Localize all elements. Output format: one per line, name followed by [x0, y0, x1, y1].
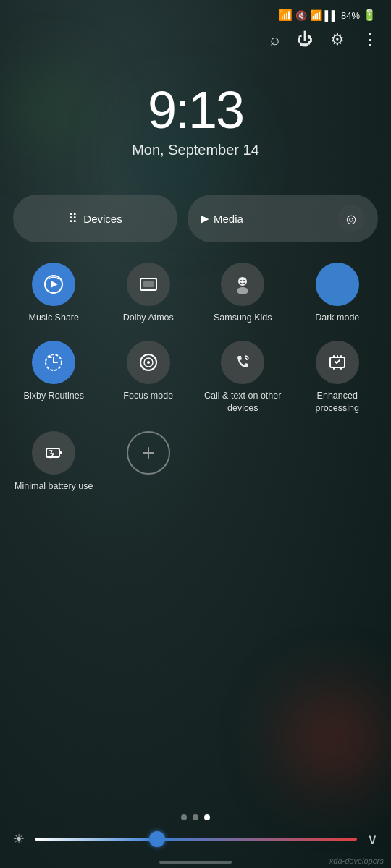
bottom-section: ☀ ∨ [0, 800, 391, 868]
settings-icon[interactable]: ⚙ [330, 30, 345, 49]
battery-icon: 🔋 [363, 9, 377, 22]
svg-point-3 [238, 277, 247, 286]
more-icon[interactable]: ⋮ [362, 30, 378, 49]
minimal-battery-icon [32, 431, 75, 475]
media-play-icon: ▶ [201, 212, 209, 225]
enhanced-processing-label: Enhanced processing [295, 390, 380, 414]
brightness-slider[interactable] [35, 838, 357, 841]
samsung-kids-label: Samsung Kids [214, 312, 272, 323]
brightness-row: ☀ ∨ [0, 830, 391, 855]
svg-point-5 [240, 280, 242, 281]
tile-dark-mode[interactable]: Dark mode [293, 255, 383, 329]
handle-bar [159, 861, 232, 864]
focus-mode-icon [127, 341, 170, 384]
enhanced-processing-icon [316, 341, 359, 384]
tile-dolby-atmos[interactable]: Dolby Atmos [104, 255, 194, 329]
dark-mode-label: Dark mode [315, 312, 359, 323]
svg-rect-13 [59, 451, 62, 454]
devices-icon: ⠿ [68, 210, 77, 226]
samsung-kids-icon [221, 263, 264, 306]
dolby-atmos-icon [127, 263, 170, 306]
status-bar: 📶 🔇 📶 ▌▌ 84% 🔋 [0, 0, 391, 25]
page-dots [0, 800, 391, 830]
panel-row: ⠿ Devices ▶ Media ◎ [0, 195, 391, 242]
music-share-icon [32, 263, 75, 306]
media-target-icon[interactable]: ◎ [337, 205, 365, 232]
tiles-grid: Music Share Dolby Atmos S [0, 255, 391, 498]
search-icon[interactable]: ⌕ [270, 30, 279, 49]
tile-music-share[interactable]: Music Share [9, 255, 99, 329]
dark-mode-icon [316, 263, 359, 306]
target-icon: ◎ [346, 212, 356, 226]
expand-icon[interactable]: ∨ [367, 830, 378, 848]
wifi-icon: 📶 [310, 9, 322, 21]
bixby-routines-label: Bixby Routines [24, 390, 84, 401]
dot-3 [204, 814, 210, 820]
clock-date: Mon, September 14 [132, 142, 259, 158]
signal-icon: ▌▌ [325, 10, 338, 21]
call-text-label: Call & text on other devices [201, 390, 285, 414]
tile-bixby-routines[interactable]: Bixby Routines [9, 333, 99, 420]
tile-call-text[interactable]: Call & text on other devices [198, 333, 288, 420]
svg-point-10 [147, 361, 150, 364]
media-button[interactable]: ▶ Media ◎ [188, 195, 378, 242]
devices-button[interactable]: ⠿ Devices [13, 195, 177, 242]
svg-rect-12 [46, 448, 59, 457]
clock-section: 9:13 Mon, September 14 [0, 55, 391, 195]
tile-samsung-kids[interactable]: Samsung Kids [198, 255, 288, 329]
mute-icon: 🔇 [295, 10, 307, 21]
bluetooth-icon: 📶 [279, 9, 293, 22]
dot-1 [181, 814, 187, 820]
clock-time: 9:13 [148, 84, 243, 136]
brightness-low-icon: ☀ [13, 831, 25, 847]
tile-add[interactable] [104, 424, 194, 498]
media-label: Media [214, 213, 243, 225]
dot-2 [193, 814, 198, 820]
svg-point-4 [237, 287, 248, 294]
tile-minimal-battery[interactable]: Minimal battery use [9, 424, 99, 498]
music-share-label: Music Share [29, 312, 79, 323]
add-tile-icon [127, 431, 170, 475]
focus-mode-label: Focus mode [123, 390, 173, 401]
brightness-thumb[interactable] [149, 831, 165, 847]
svg-point-6 [243, 280, 245, 281]
dolby-atmos-label: Dolby Atmos [123, 312, 174, 323]
power-icon[interactable]: ⏻ [297, 30, 313, 49]
minimal-battery-label: Minimal battery use [14, 480, 93, 492]
tile-focus-mode[interactable]: Focus mode [104, 333, 194, 420]
status-icons: 📶 🔇 📶 ▌▌ 84% 🔋 [279, 9, 377, 22]
svg-rect-2 [143, 281, 154, 287]
call-text-icon [221, 341, 264, 384]
devices-label: Devices [83, 213, 122, 225]
battery-percentage: 84% [341, 10, 360, 21]
bixby-routines-icon [32, 341, 75, 384]
tile-enhanced-processing[interactable]: Enhanced processing [293, 333, 383, 420]
quick-actions-row: ⌕ ⏻ ⚙ ⋮ [0, 25, 391, 55]
